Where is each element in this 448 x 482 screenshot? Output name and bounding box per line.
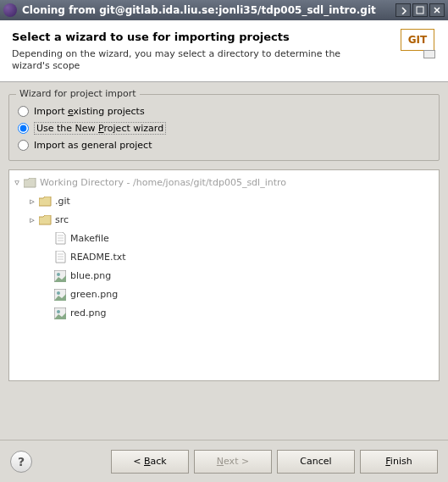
wizard-group: Wizard for project import Import existin…	[8, 94, 440, 161]
tree-item-label: src	[55, 214, 69, 225]
back-button[interactable]: < Back	[111, 450, 189, 474]
tree-item-red-png[interactable]: red.png	[11, 304, 437, 323]
collapse-icon[interactable]: ▿	[11, 177, 23, 188]
radio-existing-projects[interactable]: Import existing projects	[18, 103, 430, 119]
tree-item-makefile[interactable]: Makefile	[11, 230, 437, 248]
page-title: Select a wizard to use for importing pro…	[12, 30, 436, 43]
expand-icon[interactable]: ▹	[26, 214, 38, 225]
tree-item-git[interactable]: ▹ .git	[11, 192, 437, 211]
folder-icon	[23, 176, 36, 190]
radio-general-project[interactable]: Import as general project	[18, 137, 430, 153]
file-icon	[53, 251, 67, 264]
window-title: Cloning from git@gitlab.ida.liu.se:jonli…	[22, 4, 394, 16]
svg-point-2	[57, 273, 60, 276]
radio-input-existing[interactable]	[18, 106, 29, 117]
close-button[interactable]	[429, 3, 445, 17]
tree-root[interactable]: ▿ Working Directory - /home/jonas/git/td…	[11, 174, 437, 192]
svg-rect-0	[417, 7, 423, 14]
svg-point-4	[57, 291, 60, 295]
svg-point-6	[57, 310, 60, 313]
git-logo: GIT	[401, 29, 438, 66]
page-description: Depending on the wizard, you may select …	[12, 48, 368, 73]
radio-input-new-project[interactable]	[18, 123, 29, 134]
tree-root-label: Working Directory - /home/jonas/git/tdp0…	[40, 177, 286, 188]
radio-input-general[interactable]	[18, 140, 29, 151]
tree-item-label: README.txt	[70, 252, 126, 263]
tree-item-src[interactable]: ▹ src	[11, 211, 437, 230]
radio-label-general: Import as general project	[34, 140, 152, 151]
finish-button[interactable]: Finish	[360, 450, 438, 474]
help-button[interactable]: ?	[10, 451, 32, 473]
image-icon	[53, 307, 67, 320]
radio-new-project-wizard[interactable]: Use the New Project wizard	[18, 119, 430, 137]
image-icon	[53, 288, 67, 302]
group-title: Wizard for project import	[16, 88, 140, 99]
tree-item-label: .git	[55, 196, 70, 207]
tree-item-green-png[interactable]: green.png	[11, 285, 437, 304]
next-button: Next >	[194, 450, 272, 474]
expand-icon[interactable]: ▹	[26, 196, 38, 207]
tree-item-label: blue.png	[70, 270, 111, 281]
tree-item-readme[interactable]: README.txt	[11, 248, 437, 267]
minimize-button[interactable]	[395, 3, 411, 17]
tree-item-label: green.png	[70, 289, 118, 300]
radio-label-new-project: Use the New Project wizard	[34, 122, 166, 135]
maximize-button[interactable]	[412, 3, 428, 17]
wizard-header: Select a wizard to use for importing pro…	[0, 20, 448, 82]
app-icon	[3, 3, 17, 17]
wizard-content: Wizard for project import Import existin…	[0, 82, 448, 388]
directory-tree[interactable]: ▿ Working Directory - /home/jonas/git/td…	[8, 169, 440, 381]
window-titlebar: Cloning from git@gitlab.ida.liu.se:jonli…	[0, 0, 448, 20]
folder-icon	[38, 195, 52, 208]
radio-label-existing: Import existing projects	[34, 106, 145, 117]
folder-icon	[38, 213, 52, 227]
image-icon	[53, 269, 67, 283]
tree-item-blue-png[interactable]: blue.png	[11, 267, 437, 285]
cancel-button[interactable]: Cancel	[277, 450, 355, 474]
tree-item-label: red.png	[70, 307, 106, 319]
file-icon	[53, 232, 67, 246]
wizard-footer: ? < Back Next > Cancel Finish	[0, 440, 448, 482]
tree-item-label: Makefile	[70, 233, 109, 244]
